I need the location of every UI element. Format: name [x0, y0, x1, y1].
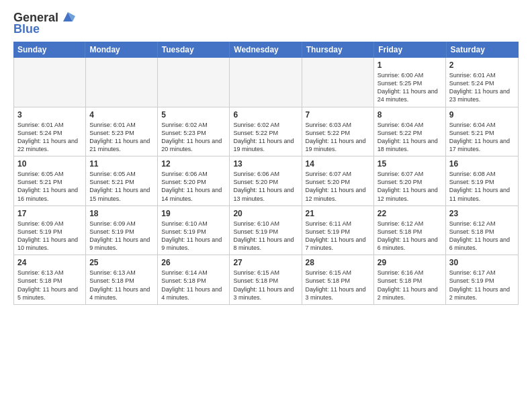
- day-info: Sunrise: 6:07 AM Sunset: 5:20 PM Dayligh…: [306, 170, 370, 203]
- calendar-week-3: 10Sunrise: 6:05 AM Sunset: 5:21 PM Dayli…: [14, 156, 518, 206]
- calendar-cell-empty-0-3: [230, 58, 302, 107]
- calendar-week-2: 3Sunrise: 6:01 AM Sunset: 5:24 PM Daylig…: [14, 107, 518, 157]
- day-info: Sunrise: 6:02 AM Sunset: 5:22 PM Dayligh…: [233, 121, 298, 154]
- calendar-cell-6: 6Sunrise: 6:02 AM Sunset: 5:22 PM Daylig…: [230, 107, 302, 156]
- calendar-cell-24: 24Sunrise: 6:13 AM Sunset: 5:18 PM Dayli…: [14, 255, 86, 304]
- header-day-saturday: Saturday: [447, 42, 519, 58]
- day-info: Sunrise: 6:15 AM Sunset: 5:18 PM Dayligh…: [233, 269, 298, 302]
- calendar-cell-2: 2Sunrise: 6:01 AM Sunset: 5:24 PM Daylig…: [446, 58, 518, 107]
- logo-icon: [60, 9, 75, 24]
- day-info: Sunrise: 6:01 AM Sunset: 5:23 PM Dayligh…: [89, 121, 154, 154]
- calendar-cell-1: 1Sunrise: 6:00 AM Sunset: 5:25 PM Daylig…: [374, 58, 446, 107]
- calendar-cell-25: 25Sunrise: 6:13 AM Sunset: 5:18 PM Dayli…: [86, 255, 158, 304]
- calendar-cell-empty-0-1: [86, 58, 158, 107]
- day-info: Sunrise: 6:09 AM Sunset: 5:19 PM Dayligh…: [17, 220, 82, 253]
- header-day-wednesday: Wednesday: [230, 42, 302, 58]
- calendar-cell-3: 3Sunrise: 6:01 AM Sunset: 5:24 PM Daylig…: [14, 107, 86, 156]
- calendar-week-5: 24Sunrise: 6:13 AM Sunset: 5:18 PM Dayli…: [14, 255, 518, 304]
- day-info: Sunrise: 6:12 AM Sunset: 5:18 PM Dayligh…: [449, 220, 515, 253]
- day-number: 22: [378, 209, 442, 218]
- day-info: Sunrise: 6:00 AM Sunset: 5:25 PM Dayligh…: [378, 71, 442, 104]
- day-info: Sunrise: 6:08 AM Sunset: 5:19 PM Dayligh…: [449, 170, 515, 203]
- logo-text: General Blue: [13, 11, 75, 35]
- day-number: 28: [306, 258, 370, 267]
- day-info: Sunrise: 6:12 AM Sunset: 5:18 PM Dayligh…: [378, 220, 442, 253]
- calendar-week-1: 1Sunrise: 6:00 AM Sunset: 5:25 PM Daylig…: [14, 58, 518, 107]
- day-info: Sunrise: 6:14 AM Sunset: 5:18 PM Dayligh…: [161, 269, 226, 302]
- calendar-cell-8: 8Sunrise: 6:04 AM Sunset: 5:22 PM Daylig…: [374, 107, 446, 156]
- calendar-cell-26: 26Sunrise: 6:14 AM Sunset: 5:18 PM Dayli…: [158, 255, 230, 304]
- day-number: 6: [233, 110, 298, 120]
- calendar-cell-17: 17Sunrise: 6:09 AM Sunset: 5:19 PM Dayli…: [14, 206, 86, 255]
- day-info: Sunrise: 6:05 AM Sunset: 5:21 PM Dayligh…: [89, 170, 154, 203]
- day-info: Sunrise: 6:01 AM Sunset: 5:24 PM Dayligh…: [17, 121, 82, 154]
- calendar-cell-23: 23Sunrise: 6:12 AM Sunset: 5:18 PM Dayli…: [446, 206, 518, 255]
- day-number: 12: [161, 159, 226, 169]
- day-info: Sunrise: 6:02 AM Sunset: 5:23 PM Dayligh…: [161, 121, 226, 154]
- calendar-cell-19: 19Sunrise: 6:10 AM Sunset: 5:19 PM Dayli…: [158, 206, 230, 255]
- logo-blue: Blue: [13, 23, 75, 35]
- calendar-cell-11: 11Sunrise: 6:05 AM Sunset: 5:21 PM Dayli…: [86, 156, 158, 205]
- calendar: SundayMondayTuesdayWednesdayThursdayFrid…: [13, 42, 519, 404]
- day-info: Sunrise: 6:10 AM Sunset: 5:19 PM Dayligh…: [161, 220, 226, 253]
- day-number: 19: [161, 209, 226, 218]
- day-number: 20: [233, 209, 298, 218]
- day-info: Sunrise: 6:05 AM Sunset: 5:21 PM Dayligh…: [17, 170, 82, 203]
- calendar-cell-20: 20Sunrise: 6:10 AM Sunset: 5:19 PM Dayli…: [230, 206, 302, 255]
- day-info: Sunrise: 6:17 AM Sunset: 5:19 PM Dayligh…: [449, 269, 515, 302]
- day-number: 24: [17, 258, 82, 267]
- day-number: 15: [378, 159, 442, 169]
- day-number: 1: [378, 60, 442, 70]
- calendar-cell-28: 28Sunrise: 6:15 AM Sunset: 5:18 PM Dayli…: [302, 255, 374, 304]
- page-header: General Blue: [13, 11, 519, 35]
- day-info: Sunrise: 6:04 AM Sunset: 5:22 PM Dayligh…: [378, 121, 442, 154]
- calendar-cell-10: 10Sunrise: 6:05 AM Sunset: 5:21 PM Dayli…: [14, 156, 86, 205]
- day-info: Sunrise: 6:13 AM Sunset: 5:18 PM Dayligh…: [17, 269, 82, 302]
- day-number: 29: [378, 258, 442, 267]
- calendar-cell-13: 13Sunrise: 6:06 AM Sunset: 5:20 PM Dayli…: [230, 156, 302, 205]
- calendar-cell-18: 18Sunrise: 6:09 AM Sunset: 5:19 PM Dayli…: [86, 206, 158, 255]
- day-number: 2: [449, 60, 515, 70]
- calendar-cell-22: 22Sunrise: 6:12 AM Sunset: 5:18 PM Dayli…: [374, 206, 446, 255]
- day-info: Sunrise: 6:01 AM Sunset: 5:24 PM Dayligh…: [449, 71, 515, 104]
- calendar-cell-30: 30Sunrise: 6:17 AM Sunset: 5:19 PM Dayli…: [446, 255, 518, 304]
- day-number: 17: [17, 209, 82, 218]
- day-number: 5: [161, 110, 226, 120]
- day-number: 13: [233, 159, 298, 169]
- day-info: Sunrise: 6:16 AM Sunset: 5:18 PM Dayligh…: [378, 269, 442, 302]
- day-number: 7: [306, 110, 370, 120]
- day-number: 10: [17, 159, 82, 169]
- calendar-body: 1Sunrise: 6:00 AM Sunset: 5:25 PM Daylig…: [13, 58, 519, 305]
- day-number: 14: [306, 159, 370, 169]
- day-number: 26: [161, 258, 226, 267]
- day-number: 11: [89, 159, 154, 169]
- calendar-cell-27: 27Sunrise: 6:15 AM Sunset: 5:18 PM Dayli…: [230, 255, 302, 304]
- header-day-thursday: Thursday: [302, 42, 374, 58]
- calendar-cell-empty-0-0: [14, 58, 86, 107]
- calendar-cell-14: 14Sunrise: 6:07 AM Sunset: 5:20 PM Dayli…: [302, 156, 374, 205]
- day-info: Sunrise: 6:04 AM Sunset: 5:21 PM Dayligh…: [449, 121, 515, 154]
- calendar-cell-7: 7Sunrise: 6:03 AM Sunset: 5:22 PM Daylig…: [302, 107, 374, 156]
- day-info: Sunrise: 6:09 AM Sunset: 5:19 PM Dayligh…: [89, 220, 154, 253]
- day-info: Sunrise: 6:10 AM Sunset: 5:19 PM Dayligh…: [233, 220, 298, 253]
- day-info: Sunrise: 6:06 AM Sunset: 5:20 PM Dayligh…: [161, 170, 226, 203]
- day-info: Sunrise: 6:03 AM Sunset: 5:22 PM Dayligh…: [306, 121, 370, 154]
- day-info: Sunrise: 6:11 AM Sunset: 5:19 PM Dayligh…: [306, 220, 370, 253]
- day-info: Sunrise: 6:06 AM Sunset: 5:20 PM Dayligh…: [233, 170, 298, 203]
- calendar-cell-16: 16Sunrise: 6:08 AM Sunset: 5:19 PM Dayli…: [446, 156, 518, 205]
- calendar-cell-29: 29Sunrise: 6:16 AM Sunset: 5:18 PM Dayli…: [374, 255, 446, 304]
- calendar-cell-9: 9Sunrise: 6:04 AM Sunset: 5:21 PM Daylig…: [446, 107, 518, 156]
- header-day-monday: Monday: [85, 42, 157, 58]
- day-number: 30: [449, 258, 515, 267]
- header-day-tuesday: Tuesday: [158, 42, 230, 58]
- day-number: 21: [306, 209, 370, 218]
- calendar-cell-21: 21Sunrise: 6:11 AM Sunset: 5:19 PM Dayli…: [302, 206, 374, 255]
- calendar-cell-12: 12Sunrise: 6:06 AM Sunset: 5:20 PM Dayli…: [158, 156, 230, 205]
- calendar-week-4: 17Sunrise: 6:09 AM Sunset: 5:19 PM Dayli…: [14, 206, 518, 256]
- calendar-cell-5: 5Sunrise: 6:02 AM Sunset: 5:23 PM Daylig…: [158, 107, 230, 156]
- calendar-cell-empty-0-2: [158, 58, 230, 107]
- day-number: 3: [17, 110, 82, 120]
- day-info: Sunrise: 6:15 AM Sunset: 5:18 PM Dayligh…: [306, 269, 370, 302]
- day-number: 8: [378, 110, 442, 120]
- day-number: 27: [233, 258, 298, 267]
